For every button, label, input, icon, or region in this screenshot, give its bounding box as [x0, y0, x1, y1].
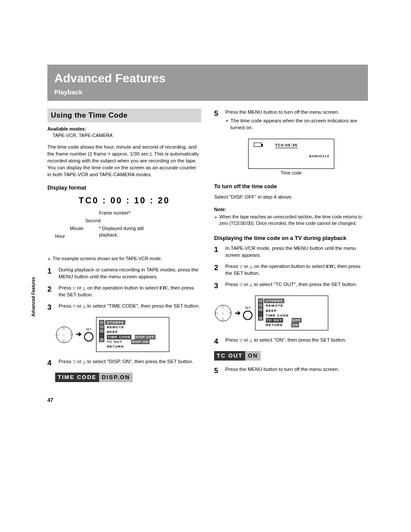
strip-label: TC OUT	[214, 351, 245, 361]
menu-diagram-2: △ ▽ ◁ ▷ ○ ➔ SET ▫▫▫▫↩ OTHERS RE	[214, 296, 368, 330]
preview-caption: Time code	[214, 170, 368, 176]
battery-icon	[254, 143, 262, 147]
step-number: 3	[214, 281, 220, 291]
arrow-right-icon: ➔	[76, 330, 81, 339]
osd-menu-items: OTHERS REMOTE BEEP TIME CODE DISP.OFF TC…	[105, 320, 157, 349]
step-4-body: Press ▽ or △ to select "DISP. ON", then …	[59, 358, 193, 368]
operation-pad-icon: △ ▽ ◁ ▷ ○	[55, 326, 73, 344]
step-number: 5	[214, 109, 220, 134]
operation-pad-icon: △ ▽ ◁ ▷ ○	[214, 304, 232, 322]
tv-step-2: 2 Press ▽ or △ on the operation button t…	[214, 263, 368, 277]
page-number: 47	[47, 397, 368, 404]
second-label: Second	[85, 218, 101, 224]
step-1-body: During playback or camera recording in T…	[59, 266, 201, 280]
down-triangle-icon: ▽	[73, 304, 76, 308]
available-label: Available modes:	[47, 126, 201, 132]
etc-icon: ETC	[159, 285, 168, 290]
left-column: Using the Time Code Available modes: TAP…	[47, 109, 201, 384]
tv-section-heading: Displaying the time code on a TV during …	[214, 234, 368, 242]
tv-step-1: 1 In TAPE-VCR mode, press the MENU butto…	[214, 245, 368, 258]
note-label: Note:	[214, 206, 368, 213]
tv-step-4: 4 Press ▽ or △ to select "ON", then pres…	[214, 336, 368, 347]
osd-menu-1: ▫▫▫▫↩ OTHERS REMOTE BEEP TIME CODE DISP.…	[96, 317, 169, 352]
set-button-icon: SET	[84, 327, 93, 342]
note-body: • When the tape reaches an unrecorded se…	[214, 214, 368, 226]
turn-off-heading: To turn off the time code	[214, 183, 368, 191]
tv-step-3: 3 Press ▽ or △ to select "TC OUT", then …	[214, 281, 368, 291]
screen-preview: TC0:05:35 AUDIO1+2	[248, 139, 334, 169]
bullet-dot: •	[48, 255, 50, 262]
preview-tc: TC0:05:35	[275, 143, 298, 148]
step-3-body: Press ▽ or △ to select "TIME CODE", then…	[59, 302, 199, 313]
step-3: 3 Press ▽ or △ to select "TIME CODE", th…	[47, 302, 201, 313]
tc-format-diagram: Frame number* Second Minute Hour * Displ…	[47, 209, 201, 252]
hour-label: Hour	[55, 233, 65, 240]
step-number: 1	[47, 266, 53, 280]
step-4: 4 Press ▽ or △ to select "DISP. ON", the…	[47, 358, 201, 368]
down-triangle-icon: ▽	[240, 283, 243, 287]
time-code-strip: TIME CODE DISP.ON	[55, 373, 133, 382]
available-modes: Available modes: TAPE-VCR, TAPE-CAMERA	[47, 126, 201, 139]
down-triangle-icon: ▽	[73, 286, 76, 290]
tc-format-sample: TC0 : 00 : 10 : 20	[47, 194, 201, 206]
strip-label: TIME CODE	[55, 373, 99, 382]
strip-value: ON	[245, 351, 261, 361]
step-number: 5	[214, 366, 220, 376]
step-number: 1	[214, 245, 220, 258]
down-triangle-icon: ▽	[240, 338, 243, 342]
tc-out-strip: TC OUT ON	[214, 351, 261, 361]
chapter-header: Advanced Features Playback	[47, 65, 368, 101]
available-modes-list: TAPE-VCR, TAPE-CAMERA	[53, 132, 201, 139]
set-button-icon: SET	[243, 306, 252, 320]
step-number: 4	[214, 336, 220, 347]
display-format-heading: Display format	[47, 184, 201, 192]
step-1: 1 During playback or camera recording in…	[47, 266, 201, 280]
step-number: 4	[47, 358, 53, 368]
osd-menu-2: ▫▫▫▫↩ OTHERS REMOTE BEEP TIME CODE TC OU…	[255, 296, 328, 330]
section-title-bar: Using the Time Code	[47, 109, 201, 122]
osd-tabs: ▫▫▫▫↩	[99, 320, 104, 349]
down-triangle-icon: ▽	[240, 264, 243, 269]
minute-label: Minute	[70, 225, 84, 232]
etc-icon: ETC	[326, 264, 335, 269]
side-tab: Advanced Features	[31, 277, 37, 317]
step-number: 2	[214, 263, 220, 277]
step-5: 5 Press the MENU button to turn off the …	[214, 109, 368, 134]
intro-paragraph: The time code shows the hour, minute and…	[47, 143, 201, 178]
step-2-body: Press ▽ or △ on the operation button to …	[59, 284, 201, 298]
footnote: * Displayed during still playback.	[99, 225, 159, 238]
turn-off-body: Select "DISP. OFF" in step 4 above.	[214, 193, 368, 200]
chapter-title: Advanced Features	[54, 70, 361, 87]
step-5-body: Press the MENU button to turn off the me…	[225, 109, 368, 134]
step-number: 3	[47, 302, 53, 313]
example-note-text: The example screens shown are for TAPE-V…	[53, 255, 162, 262]
step-2: 2 Press ▽ or △ on the operation button t…	[47, 284, 201, 298]
menu-diagram-1: △ ▽ ◁ ▷ ○ ➔ SET ▫▫▫▫↩ OTHERS RE	[55, 317, 201, 352]
right-column: 5 Press the MENU button to turn off the …	[214, 109, 368, 384]
step-number: 2	[47, 284, 53, 298]
strip-value: DISP.ON	[99, 373, 133, 382]
tc-sample: TC0 : 00 : 10 : 20	[79, 196, 170, 205]
example-note: • The example screens shown are for TAPE…	[47, 255, 201, 262]
arrow-right-icon: ➔	[235, 308, 240, 318]
preview-audio: AUDIO1+2	[309, 154, 329, 159]
frame-label: Frame number*	[99, 210, 131, 216]
osd-tabs: ▫▫▫▫↩	[258, 299, 263, 327]
down-triangle-icon: ▽	[73, 360, 76, 364]
tv-step-5: 5 Press the MENU button to turn off the …	[214, 366, 368, 376]
osd-menu-items: OTHERS REMOTE BEEP TIME CODE TC OUT OFF …	[264, 299, 303, 327]
section-subtitle: Playback	[54, 87, 361, 96]
